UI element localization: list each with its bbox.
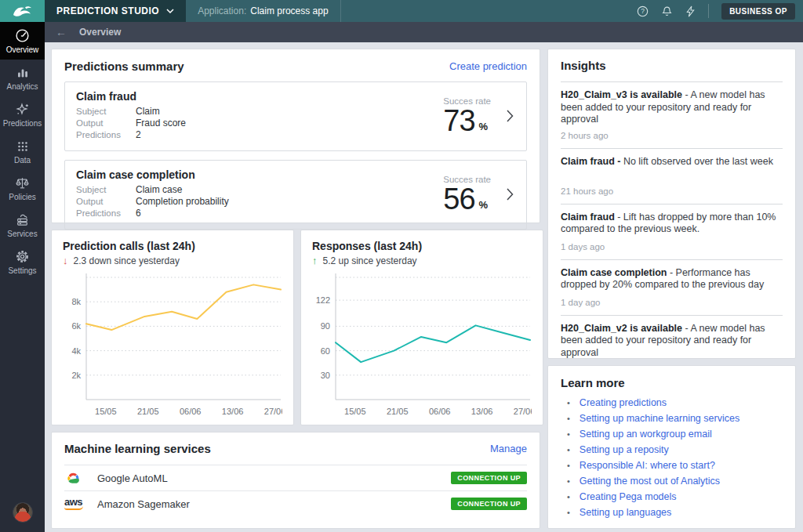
sidebar-item-policies[interactable]: Policies	[0, 170, 45, 207]
sidebar-item-analytics[interactable]: Analytics	[0, 60, 45, 96]
learn-link[interactable]: Responsible AI: where to start?	[580, 460, 715, 471]
prediction-card-claim-case-completion[interactable]: Claim case completion SubjectClaim case …	[64, 160, 527, 230]
insight-timestamp: 1 day ago	[561, 298, 783, 307]
section-title: Predictions summary	[64, 60, 184, 73]
prediction-card-claim-fraud[interactable]: Claim fraud SubjectClaim OutputFraud sco…	[64, 81, 527, 151]
field-value: Claim case	[136, 184, 182, 196]
svg-text:21/05: 21/05	[387, 407, 409, 416]
prediction-calls-chart-card: Prediction calls (last 24h) ↓ 2.3 down s…	[51, 230, 294, 425]
field-label: Predictions	[76, 129, 136, 141]
insight-text: H20_Claim_v3 is available - A new model …	[561, 89, 783, 126]
chart-delta-text: 5.2 up since yesterday	[323, 255, 417, 266]
quick-actions-bolt-icon[interactable]	[685, 5, 696, 17]
sparkle-icon	[15, 102, 30, 117]
connection-status-badge: CONNECTION UP	[451, 498, 527, 510]
insight-item[interactable]: Claim fraud - No lift observed over the …	[561, 149, 783, 204]
learn-link[interactable]: Setting up a reposity	[580, 444, 669, 455]
learn-link[interactable]: Setting up an workgroup email	[580, 429, 712, 440]
success-rate-value: 56	[443, 185, 474, 213]
notifications-bell-icon[interactable]	[661, 5, 673, 17]
scales-icon	[15, 176, 30, 190]
bullet-icon: •	[567, 429, 570, 439]
sidebar-item-settings[interactable]: Settings	[0, 244, 45, 280]
user-avatar[interactable]	[13, 502, 33, 523]
insight-timestamp: 21 hours ago	[561, 186, 783, 196]
sidebar-item-label: Settings	[8, 266, 36, 275]
create-prediction-link[interactable]: Create prediction	[449, 60, 527, 72]
sidebar-item-data[interactable]: Data	[0, 133, 45, 170]
sidebar-item-label: Overview	[6, 45, 39, 54]
gauge-icon	[15, 28, 30, 43]
svg-text:15/05: 15/05	[344, 407, 366, 416]
learn-link[interactable]: Creating Pega models	[580, 491, 677, 502]
pega-logo[interactable]	[0, 0, 45, 22]
top-bar: PREDICTION STUDIO Application: Claim pro…	[0, 0, 803, 22]
pega-bird-icon	[12, 4, 34, 18]
sidebar-item-services[interactable]: Services	[0, 207, 45, 244]
svg-text:90: 90	[321, 321, 330, 331]
gear-icon	[15, 249, 30, 264]
ml-service-name: Amazon Sagemaker	[97, 498, 190, 510]
learn-link[interactable]: Creating predictions	[580, 397, 667, 408]
sidebar-item-overview[interactable]: Overview	[0, 22, 45, 60]
connection-status-badge: CONNECTION UP	[451, 472, 527, 484]
trend-down-icon: ↓	[63, 255, 68, 266]
learn-more-card: Learn more •Creating predictions •Settin…	[547, 365, 796, 529]
svg-text:13/06: 13/06	[222, 407, 244, 416]
back-arrow-icon[interactable]: ←	[56, 26, 67, 38]
learn-link[interactable]: Setting up languages	[580, 507, 671, 518]
ml-service-row-google[interactable]: Google AutoML CONNECTION UP	[64, 465, 527, 490]
sidebar-item-label: Data	[14, 156, 31, 165]
top-bar-actions: ? BUSINESS OP	[637, 0, 803, 22]
success-rate-unit: %	[479, 199, 489, 211]
insight-timestamp: 1 days ago	[561, 242, 783, 252]
bullet-icon: •	[567, 476, 570, 486]
field-label: Output	[76, 118, 136, 129]
svg-text:122: 122	[316, 295, 330, 305]
operator-badge[interactable]: BUSINESS OP	[721, 3, 795, 20]
insight-item[interactable]: Claim fraud - Lift has dropped by more t…	[561, 204, 783, 260]
svg-text:2k: 2k	[71, 371, 81, 380]
product-title: PREDICTION STUDIO	[56, 5, 159, 16]
svg-text:4k: 4k	[71, 346, 81, 356]
insight-item[interactable]: H20_Claim_v2 is available - A new model …	[561, 316, 783, 360]
field-value: 6	[136, 208, 141, 219]
field-value: Fraud score	[136, 118, 186, 129]
predictions-summary-card: Predictions summary Create prediction Cl…	[51, 49, 540, 223]
chevron-right-icon	[507, 188, 514, 201]
insight-item[interactable]: Claim case completion - Performance has …	[561, 260, 783, 316]
insight-item[interactable]: H20_Claim_v3 is available - A new model …	[561, 82, 783, 149]
bullet-icon: •	[567, 492, 570, 501]
chart-title: Prediction calls (last 24h)	[63, 240, 282, 252]
ml-service-name: Google AutoML	[97, 472, 168, 484]
ml-services-card: Machine learning services Manage	[51, 432, 540, 529]
insights-card: Insights H20_Claim_v3 is available - A n…	[547, 49, 796, 359]
help-icon[interactable]: ?	[637, 5, 649, 17]
application-label: Application:	[198, 5, 246, 16]
server-cloud-icon	[15, 212, 30, 227]
field-label: Subject	[76, 184, 136, 196]
responses-line-chart: 30609012215/0521/0506/0613/0627/06	[312, 268, 532, 418]
ml-service-row-aws[interactable]: aws Amazon Sagemaker CONNECTION UP	[64, 490, 527, 516]
svg-text:60: 60	[321, 346, 330, 356]
svg-text:13/06: 13/06	[471, 407, 493, 416]
manage-link[interactable]: Manage	[490, 443, 527, 454]
bar-chart-icon	[16, 66, 30, 80]
prediction-calls-line-chart: 2k4k6k8k15/0521/0506/0613/0627/06	[63, 268, 282, 418]
svg-text:6k: 6k	[71, 321, 81, 331]
field-label: Output	[76, 196, 136, 208]
section-title: Machine learning services	[64, 442, 211, 455]
learn-link[interactable]: Setting up machine learning services	[580, 413, 739, 424]
sidebar-item-label: Policies	[9, 193, 35, 201]
sidebar-item-label: Analytics	[6, 82, 38, 91]
main-content: Predictions summary Create prediction Cl…	[45, 42, 803, 532]
svg-text:06/06: 06/06	[180, 407, 202, 416]
field-label: Subject	[76, 106, 136, 118]
insight-text: Claim fraud - No lift observed over the …	[561, 156, 783, 182]
insight-text: H20_Claim_v2 is available - A new model …	[561, 323, 783, 360]
product-switcher[interactable]: PREDICTION STUDIO	[45, 0, 186, 22]
success-rate-unit: %	[479, 121, 489, 132]
responses-chart-card: Responses (last 24h) ↑ 5.2 up since yest…	[300, 230, 543, 425]
learn-link[interactable]: Getting the most out of Analytics	[580, 476, 720, 487]
sidebar-item-predictions[interactable]: Predictions	[0, 96, 45, 133]
